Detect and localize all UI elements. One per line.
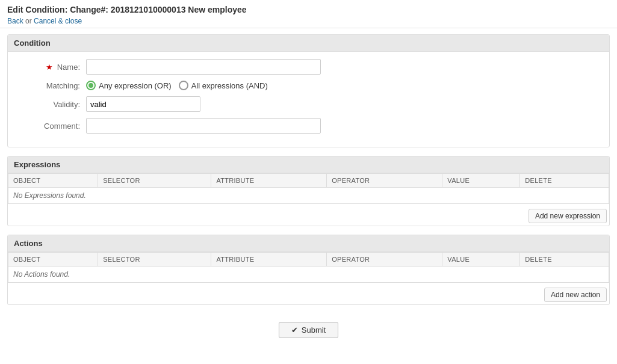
radio-and-text: All expressions (AND) bbox=[191, 81, 268, 90]
name-row: ★ Name: bbox=[14, 59, 603, 75]
condition-section-body: ★ Name: Matching: Any expression (OR) bbox=[8, 52, 609, 147]
condition-section-header: Condition bbox=[8, 35, 609, 52]
validity-input[interactable] bbox=[86, 96, 200, 112]
name-input[interactable] bbox=[86, 59, 321, 75]
expressions-table-body: No Expressions found. bbox=[8, 188, 609, 204]
submit-checkmark-icon: ✔ bbox=[291, 325, 298, 335]
expressions-col-delete: DELETE bbox=[520, 174, 609, 188]
expressions-header-row: OBJECT SELECTOR ATTRIBUTE OPERATOR VALUE… bbox=[8, 174, 609, 188]
expressions-col-attribute: ATTRIBUTE bbox=[211, 174, 327, 188]
radio-or-label[interactable]: Any expression (OR) bbox=[86, 81, 172, 90]
expressions-col-operator: OPERATOR bbox=[327, 174, 442, 188]
actions-col-selector: SELECTOR bbox=[98, 253, 211, 267]
add-expression-button[interactable]: Add new expression bbox=[529, 209, 607, 223]
actions-table-head: OBJECT SELECTOR ATTRIBUTE OPERATOR VALUE… bbox=[8, 253, 609, 267]
radio-and-icon bbox=[179, 81, 188, 90]
radio-and-label[interactable]: All expressions (AND) bbox=[179, 81, 268, 90]
expressions-section-header: Expressions bbox=[8, 156, 609, 173]
submit-button[interactable]: ✔ Submit bbox=[279, 322, 338, 338]
actions-header-row: OBJECT SELECTOR ATTRIBUTE OPERATOR VALUE… bbox=[8, 253, 609, 267]
expressions-empty-message: No Expressions found. bbox=[8, 188, 609, 204]
submit-area: ✔ Submit bbox=[7, 313, 610, 344]
actions-section-header: Actions bbox=[8, 235, 609, 252]
actions-empty-message: No Actions found. bbox=[8, 267, 609, 283]
expressions-table-container: OBJECT SELECTOR ATTRIBUTE OPERATOR VALUE… bbox=[8, 173, 609, 204]
main-content: Condition ★ Name: Matching: Any expressi… bbox=[0, 28, 617, 350]
actions-col-delete: DELETE bbox=[520, 253, 609, 267]
actions-section: Actions OBJECT SELECTOR ATTRIBUTE OPERAT… bbox=[7, 235, 610, 305]
actions-col-attribute: ATTRIBUTE bbox=[211, 253, 327, 267]
matching-row: Matching: Any expression (OR) All expres… bbox=[14, 81, 603, 90]
actions-col-operator: OPERATOR bbox=[327, 253, 442, 267]
back-link[interactable]: Back bbox=[7, 17, 23, 25]
condition-section: Condition ★ Name: Matching: Any expressi… bbox=[7, 34, 610, 147]
actions-table-body: No Actions found. bbox=[8, 267, 609, 283]
expressions-section-body: OBJECT SELECTOR ATTRIBUTE OPERATOR VALUE… bbox=[8, 173, 609, 226]
expressions-table-head: OBJECT SELECTOR ATTRIBUTE OPERATOR VALUE… bbox=[8, 174, 609, 188]
matching-radio-group: Any expression (OR) All expressions (AND… bbox=[86, 81, 268, 90]
expressions-empty-row: No Expressions found. bbox=[8, 188, 609, 204]
validity-label: Validity: bbox=[14, 100, 86, 109]
matching-label: Matching: bbox=[14, 81, 86, 90]
actions-table-container: OBJECT SELECTOR ATTRIBUTE OPERATOR VALUE… bbox=[8, 252, 609, 283]
actions-section-body: OBJECT SELECTOR ATTRIBUTE OPERATOR VALUE… bbox=[8, 252, 609, 304]
required-star: ★ bbox=[46, 63, 53, 72]
page-title: Edit Condition: Change#: 201812101000001… bbox=[7, 5, 610, 14]
add-action-button[interactable]: Add new action bbox=[544, 288, 607, 302]
cancel-close-link[interactable]: Cancel & close bbox=[34, 17, 82, 25]
name-label: ★ Name: bbox=[14, 63, 86, 72]
submit-label: Submit bbox=[302, 325, 326, 335]
expressions-table-actions: Add new expression bbox=[8, 204, 609, 226]
actions-table: OBJECT SELECTOR ATTRIBUTE OPERATOR VALUE… bbox=[8, 252, 609, 283]
actions-col-value: VALUE bbox=[442, 253, 520, 267]
expressions-col-object: OBJECT bbox=[8, 174, 98, 188]
validity-row: Validity: bbox=[14, 96, 603, 112]
radio-or-text: Any expression (OR) bbox=[99, 81, 172, 90]
radio-or-icon bbox=[86, 81, 96, 90]
actions-empty-row: No Actions found. bbox=[8, 267, 609, 283]
actions-col-object: OBJECT bbox=[8, 253, 98, 267]
expressions-section: Expressions OBJECT SELECTOR ATTRIBUTE OP… bbox=[7, 156, 610, 226]
breadcrumb-or: or bbox=[25, 17, 34, 25]
expressions-col-value: VALUE bbox=[442, 174, 520, 188]
actions-table-actions: Add new action bbox=[8, 283, 609, 304]
comment-row: Comment: bbox=[14, 118, 603, 134]
page-header: Edit Condition: Change#: 201812101000001… bbox=[0, 0, 617, 28]
breadcrumb: Back or Cancel & close bbox=[7, 17, 610, 25]
expressions-col-selector: SELECTOR bbox=[98, 174, 211, 188]
expressions-table: OBJECT SELECTOR ATTRIBUTE OPERATOR VALUE… bbox=[8, 173, 609, 204]
comment-label: Comment: bbox=[14, 122, 86, 131]
comment-input[interactable] bbox=[86, 118, 321, 134]
